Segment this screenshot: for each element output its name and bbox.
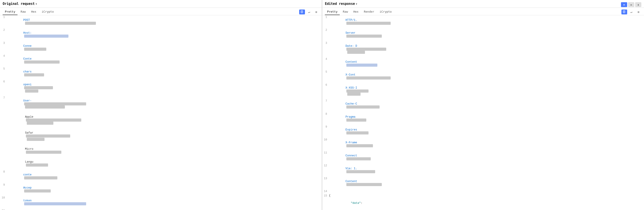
right-blur-9 xyxy=(346,131,368,134)
left-line-7: 7 User- xyxy=(0,96,322,112)
right-blur-8 xyxy=(346,118,366,122)
right-blur-10 xyxy=(346,144,373,147)
right-panel-title: Edited response ∨ xyxy=(325,2,357,6)
right-blur-12 xyxy=(346,170,375,173)
tab-raw-left[interactable]: Raw xyxy=(18,9,28,15)
right-blur-5 xyxy=(346,76,391,80)
left-line-10: 10 token xyxy=(0,196,322,209)
right-line-5: 5 X-Cont xyxy=(322,70,644,83)
right-line-9: 9 Expires xyxy=(322,125,644,138)
left-title-text: Original request xyxy=(3,2,35,6)
right-line-10: 10 X-Frame xyxy=(322,138,644,151)
blur-2 xyxy=(24,34,68,38)
blur-7c xyxy=(26,118,81,122)
tab-pretty-left[interactable]: Pretty xyxy=(3,9,18,15)
tab-raw-right[interactable]: Raw xyxy=(340,9,350,15)
right-line-1: 1 HTTP/1. xyxy=(322,15,644,28)
right-blur-7 xyxy=(346,106,380,108)
right-line-3: 3 Date: D xyxy=(322,41,644,57)
left-line-7a: Apple xyxy=(0,112,322,128)
right-blur-6a xyxy=(346,90,368,92)
tab-render-right[interactable]: Render xyxy=(362,9,376,15)
right-line-14: 14 xyxy=(322,190,644,194)
left-line-7c: Micro xyxy=(0,144,322,157)
right-tabs-row: Pretty Raw Hex Render iCrypto ↵ ≡ xyxy=(322,8,644,15)
split-view-icon[interactable]: ⊞ xyxy=(621,2,627,7)
left-line-5: 5 chars xyxy=(0,67,322,80)
right-doc-icon[interactable] xyxy=(622,10,627,14)
left-menu-icon[interactable]: ≡ xyxy=(313,10,319,14)
tab-icrypto-left[interactable]: iCrypto xyxy=(40,9,56,15)
right-blur-3b xyxy=(347,51,365,54)
blur-6a xyxy=(24,86,53,89)
right-toolbar-icons: ↵ ≡ xyxy=(622,10,641,14)
left-line-7b: Safar xyxy=(0,128,322,144)
blur-3 xyxy=(24,48,46,51)
left-line-4: 4 Conte xyxy=(0,54,322,67)
tab-hex-left[interactable]: Hex xyxy=(29,9,38,15)
right-newline-icon[interactable]: ↵ xyxy=(628,10,634,14)
tab-icrypto-right[interactable]: iCrypto xyxy=(377,9,394,15)
tab-pretty-right[interactable]: Pretty xyxy=(325,9,340,15)
panels-wrapper: ⊞ ▬ ▮ Original request ∨ Pretty Raw Hex … xyxy=(0,0,644,210)
blur-7f xyxy=(27,138,44,141)
left-content-area[interactable]: 1 POST 2 Host: 3 Conne xyxy=(0,15,322,210)
right-line-6: 6 X-XSS-I xyxy=(322,83,644,99)
vertical-view-icon[interactable]: ▮ xyxy=(635,2,641,7)
right-blur-6b xyxy=(347,92,360,96)
right-json-data-value: "cfdc8f0df11237507f61cdbcd67b6e0704c20af… xyxy=(322,208,644,210)
left-line-6: 6 openi xyxy=(0,80,322,96)
blur-7e xyxy=(26,134,70,138)
blur-7g xyxy=(26,151,61,154)
tab-hex-right[interactable]: Hex xyxy=(351,9,360,15)
blur-7d xyxy=(27,122,53,125)
left-line-9: 9 Accep xyxy=(0,183,322,196)
right-line-11: 11 Connect xyxy=(322,151,644,164)
right-line-4: 4 Content xyxy=(322,57,644,70)
horizontal-view-icon[interactable]: ▬ xyxy=(628,2,634,7)
right-line-12: 12 Via: 1. xyxy=(322,164,644,176)
left-panel: Original request ∨ Pretty Raw Hex iCrypt… xyxy=(0,0,322,210)
left-tabs-row: Pretty Raw Hex iCrypto ↵ ≡ xyxy=(0,8,322,15)
right-blur-13 xyxy=(346,183,382,186)
right-blur-1 xyxy=(346,22,391,25)
left-panel-chevron[interactable]: ∨ xyxy=(36,2,37,5)
blur-1 xyxy=(25,22,96,25)
right-line-15: 15 { xyxy=(322,194,644,198)
left-toolbar-icons: ↵ ≡ xyxy=(299,10,319,14)
right-line-2: 2 Server xyxy=(322,28,644,41)
left-line-7d: Langu xyxy=(0,157,322,170)
left-line-1: 1 POST xyxy=(0,15,322,28)
right-panel-chevron[interactable]: ∨ xyxy=(356,2,357,5)
right-line-7: 7 Cache-C xyxy=(322,99,644,112)
left-panel-title: Original request ∨ xyxy=(3,2,37,6)
right-json-data-key: "data": xyxy=(322,198,644,208)
right-panel: Edited response ∨ Pretty Raw Hex Render … xyxy=(322,0,644,210)
left-newline-icon[interactable]: ↵ xyxy=(306,10,312,14)
right-blur-4 xyxy=(346,64,377,67)
right-line-13: 13 Content xyxy=(322,176,644,190)
right-menu-icon[interactable]: ≡ xyxy=(636,10,641,14)
blur-7 xyxy=(24,102,86,106)
blur-9 xyxy=(24,190,51,192)
left-line-2: 2 Host: xyxy=(0,28,322,41)
left-panel-header: Original request ∨ xyxy=(0,0,322,8)
left-line-8: 8 conte xyxy=(0,170,322,183)
left-doc-icon[interactable] xyxy=(299,10,305,14)
blur-8 xyxy=(24,176,57,180)
blur-7h xyxy=(26,164,48,166)
blur-7b xyxy=(25,106,65,108)
right-line-8: 8 Pragma xyxy=(322,112,644,125)
blur-4 xyxy=(24,60,60,64)
right-content-area[interactable]: 1 HTTP/1. 2 Server 3 Date: D xyxy=(322,15,644,210)
left-line-3: 3 Conne xyxy=(0,41,322,54)
top-right-view-icons: ⊞ ▬ ▮ xyxy=(621,2,641,7)
blur-10 xyxy=(24,202,86,205)
blur-6b xyxy=(25,90,38,92)
right-panel-header: Edited response ∨ xyxy=(322,0,644,8)
left-line-11: 11 Refer xyxy=(0,209,322,210)
right-title-text: Edited response xyxy=(325,2,355,6)
right-blur-3a xyxy=(346,48,386,51)
right-blur-11 xyxy=(346,157,371,160)
blur-5 xyxy=(24,73,44,76)
